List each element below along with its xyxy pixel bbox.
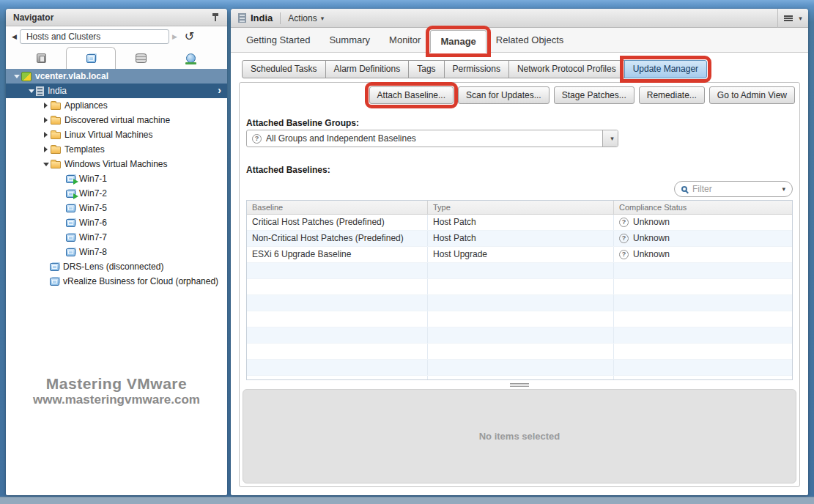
update-manager-toolbar: Attach Baseline... Scan for Updates... S… (369, 86, 795, 104)
back-arrow-icon[interactable]: ◀ (12, 33, 17, 40)
tree-item-win7-1[interactable]: Win7-1 (6, 171, 227, 186)
subtab-permissions[interactable]: Permissions (444, 60, 509, 78)
navigator-breadcrumb-bar: ◀ Hosts and Clusters ▶ ↺ (6, 26, 227, 47)
vm-icon (66, 248, 75, 256)
tab-vms-templates[interactable] (66, 47, 116, 69)
expand-caret-icon[interactable] (12, 75, 21, 78)
filter-input[interactable] (692, 184, 773, 194)
status-bar (0, 497, 814, 504)
no-items-selected-text: No items selected (479, 431, 560, 442)
layout-menu-button[interactable]: ▾ (777, 9, 808, 28)
cell-type: Host Patch (428, 215, 614, 230)
cell-type: Host Upgrade (428, 247, 614, 262)
cell-baseline: Non-Critical Host Patches (Predefined) (247, 231, 428, 246)
table-row[interactable]: Critical Host Patches (Predefined) Host … (247, 215, 792, 231)
object-name: India (251, 12, 273, 23)
history-icon[interactable]: ↺ (185, 31, 194, 42)
inventory-tab-strip (6, 47, 227, 69)
empty-row (247, 279, 792, 295)
pane-splitter-handle[interactable] (510, 383, 529, 387)
subtab-scheduled-tasks[interactable]: Scheduled Tasks (242, 60, 326, 78)
column-header-compliance-status[interactable]: Compliance Status (614, 201, 792, 214)
column-header-type[interactable]: Type (428, 201, 614, 214)
tab-getting-started[interactable]: Getting Started (237, 28, 319, 52)
empty-row (247, 360, 792, 376)
tree-item-appliances[interactable]: Appliances (6, 98, 227, 113)
tree-item-linux-vms[interactable]: Linux Virtual Machines (6, 127, 227, 142)
vm-icon (86, 54, 96, 63)
tree-item-win7-8[interactable]: Win7-8 (6, 245, 227, 259)
question-circle-icon: ? (252, 134, 262, 144)
tab-related-objects[interactable]: Related Objects (486, 28, 574, 52)
column-header-baseline[interactable]: Baseline (247, 201, 428, 214)
tree-item-india[interactable]: India › (6, 84, 227, 98)
object-header: India Actions ▾ ▾ (231, 9, 808, 28)
forward-arrow-icon[interactable]: ▶ (172, 33, 177, 40)
tree-item-win7-7[interactable]: Win7-7 (6, 230, 227, 245)
breadcrumb[interactable]: Hosts and Clusters (20, 29, 169, 44)
folder-icon (51, 161, 61, 168)
expand-caret-icon[interactable] (41, 132, 51, 138)
tree-item-win7-6[interactable]: Win7-6 (6, 215, 227, 230)
tree-item-label: vRealize Business for Cloud (orphaned) (63, 276, 218, 286)
cell-type: Host Patch (428, 231, 614, 246)
folder-icon (51, 132, 61, 139)
pin-icon[interactable] (211, 12, 220, 22)
tree-item-vcenter[interactable]: vcenter.vlab.local (6, 69, 227, 84)
manage-subtab-bar: Scheduled Tasks Alarm Definitions Tags P… (242, 60, 707, 78)
table-row[interactable]: Non-Critical Host Patches (Predefined) H… (247, 231, 792, 247)
expand-caret-icon[interactable] (41, 103, 51, 108)
tree-item-win7-5[interactable]: Win7-5 (6, 201, 227, 215)
search-icon (681, 186, 687, 192)
tree-item-drs-lens[interactable]: DRS-Lens (disconnected) (6, 259, 227, 274)
navigator-titlebar: Navigator (6, 9, 227, 26)
dropdown-caret-button[interactable]: ▾ (602, 130, 618, 147)
tab-manage[interactable]: Manage (430, 30, 486, 53)
remediate-button[interactable]: Remediate... (639, 86, 705, 104)
folder-icon (51, 147, 61, 154)
tab-networking[interactable] (166, 47, 215, 69)
chevron-right-icon[interactable]: › (218, 84, 221, 96)
scan-for-updates-button[interactable]: Scan for Updates... (458, 86, 550, 104)
tab-summary[interactable]: Summary (319, 28, 380, 52)
watermark-title: Mastering VMware (6, 375, 227, 393)
empty-row (247, 295, 792, 311)
vm-icon (66, 204, 75, 212)
filter-box[interactable]: ▾ (674, 181, 793, 197)
table-row[interactable]: ESXi 6 Upgrade Baseline Host Upgrade ?Un… (247, 247, 792, 263)
navigator-title: Navigator (13, 12, 211, 23)
datacenter-icon (238, 13, 246, 23)
tree-item-windows-vms[interactable]: Windows Virtual Machines (6, 157, 227, 171)
chevron-down-icon: ▾ (782, 185, 785, 193)
unknown-status-icon: ? (619, 234, 629, 243)
selection-detail-pane: No items selected (243, 389, 796, 483)
expand-caret-icon[interactable] (26, 89, 36, 93)
subtab-tags[interactable]: Tags (408, 60, 444, 78)
expand-caret-icon[interactable] (41, 147, 51, 152)
expand-caret-icon[interactable] (41, 163, 51, 166)
stage-patches-button[interactable]: Stage Patches... (554, 86, 634, 104)
attach-baseline-button[interactable]: Attach Baseline... (369, 86, 454, 104)
tab-monitor[interactable]: Monitor (380, 28, 430, 52)
baseline-groups-dropdown[interactable]: ? All Groups and Independent Baselines ▾ (246, 130, 618, 147)
tree-item-win7-2[interactable]: Win7-2 (6, 186, 227, 201)
subtab-network-protocol-profiles[interactable]: Network Protocol Profiles (508, 60, 625, 78)
tab-hosts-clusters[interactable] (16, 47, 66, 69)
tree-item-templates[interactable]: Templates (6, 142, 227, 157)
tab-storage[interactable] (116, 47, 166, 69)
cell-baseline: Critical Host Patches (Predefined) (247, 215, 428, 230)
cell-status: ?Unknown (614, 215, 792, 230)
expand-caret-icon[interactable] (41, 117, 51, 123)
divider (280, 12, 281, 24)
table-header: Baseline Type Compliance Status (247, 201, 792, 215)
tree-item-vrealize[interactable]: vRealize Business for Cloud (orphaned) (6, 274, 227, 289)
empty-row (247, 263, 792, 279)
tree-item-label: India (48, 86, 67, 96)
subtab-alarm-definitions[interactable]: Alarm Definitions (325, 60, 410, 78)
subtab-update-manager[interactable]: Update Manager (624, 60, 707, 78)
tree-item-discovered-vm[interactable]: Discovered virtual machine (6, 113, 227, 127)
go-to-admin-view-button[interactable]: Go to Admin View (709, 86, 795, 104)
chevron-down-icon: ▾ (799, 15, 802, 22)
empty-row (247, 344, 792, 360)
actions-menu[interactable]: Actions (288, 13, 317, 23)
